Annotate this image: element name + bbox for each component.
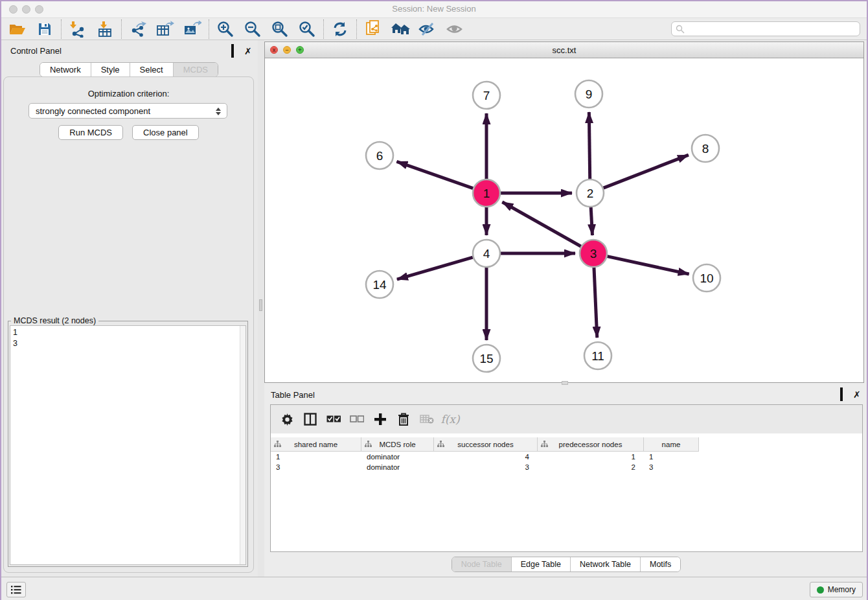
memory-label: Memory: [828, 585, 856, 594]
graph-node-11[interactable]: 11: [584, 342, 611, 369]
result-scrollbar[interactable]: [240, 326, 246, 564]
svg-text:8: 8: [702, 142, 709, 156]
gear-icon[interactable]: [277, 410, 297, 429]
chevron-updown-icon: [214, 106, 222, 117]
node-table-grid: shared nameMCDS rolesuccessor nodesprede…: [271, 437, 862, 551]
panel-splitter[interactable]: [258, 40, 264, 577]
network-canvas[interactable]: 7968124314101511: [265, 58, 863, 382]
export-image-icon[interactable]: [179, 19, 206, 40]
tab-node-table[interactable]: Node Table: [452, 557, 511, 571]
zoom-selected-icon[interactable]: [293, 19, 321, 40]
graph-node-6[interactable]: 6: [366, 142, 393, 169]
graph-node-8[interactable]: 8: [692, 135, 719, 162]
zoom-fit-icon[interactable]: [266, 19, 293, 40]
import-table-icon[interactable]: [91, 19, 119, 40]
tab-mcds[interactable]: MCDS: [173, 63, 218, 76]
memory-button[interactable]: Memory: [810, 582, 863, 597]
svg-text:1: 1: [483, 187, 490, 200]
graph-node-4[interactable]: 4: [473, 240, 500, 267]
show-graphics-icon[interactable]: [441, 19, 468, 40]
tab-motifs[interactable]: Motifs: [640, 557, 680, 571]
graph-node-10[interactable]: 10: [693, 264, 720, 292]
export-table-icon[interactable]: [152, 19, 179, 40]
splitter-grip[interactable]: [259, 299, 262, 311]
function-builder-icon[interactable]: f(x): [440, 410, 460, 429]
delete-table-icon[interactable]: [417, 410, 437, 429]
tab-network-table[interactable]: Network Table: [570, 557, 640, 571]
graph-node-7[interactable]: 7: [473, 82, 500, 109]
graph-edge-2-3[interactable]: [591, 207, 592, 235]
graph-node-14[interactable]: 14: [366, 271, 393, 298]
svg-text:3: 3: [590, 247, 597, 260]
apply-layout-icon[interactable]: [387, 19, 414, 40]
tab-edge-table[interactable]: Edge Table: [511, 557, 570, 571]
export-network-icon[interactable]: [124, 19, 152, 40]
hide-graphics-icon[interactable]: [414, 19, 441, 40]
optimization-criterion-select[interactable]: strongly connected component: [29, 103, 227, 119]
memory-status-icon: [817, 586, 824, 594]
select-all-icon[interactable]: [324, 410, 343, 429]
table-cell[interactable]: 1: [538, 452, 644, 462]
table-cell[interactable]: 2: [538, 462, 644, 472]
column-header-name[interactable]: name: [644, 437, 699, 452]
close-panel-button[interactable]: Close panel: [132, 125, 199, 140]
svg-text:7: 7: [483, 89, 490, 102]
graph-node-2[interactable]: 2: [577, 179, 604, 207]
refresh-icon[interactable]: [326, 19, 354, 40]
graph-edge-3-10[interactable]: [607, 257, 689, 274]
svg-text:15: 15: [479, 352, 493, 365]
svg-text:11: 11: [591, 349, 604, 363]
close-panel-icon[interactable]: ✗: [244, 45, 253, 54]
close-panel-icon[interactable]: ✗: [853, 389, 862, 397]
tab-network[interactable]: Network: [40, 63, 91, 76]
graph-node-1[interactable]: 1: [473, 179, 500, 207]
delete-column-icon[interactable]: [394, 410, 413, 429]
network-window-titlebar[interactable]: x – + scc.txt: [265, 42, 863, 58]
table-cell[interactable]: 4: [434, 452, 538, 462]
toolbar-separator: [61, 19, 62, 39]
network-from-file-icon[interactable]: [360, 19, 387, 40]
table-cell[interactable]: dominator: [361, 452, 434, 462]
zoom-out-icon[interactable]: [239, 19, 266, 40]
table-cell[interactable]: 3: [434, 462, 538, 472]
tab-style[interactable]: Style: [91, 63, 130, 76]
open-session-icon[interactable]: [4, 19, 31, 40]
table-cell[interactable]: 1: [644, 452, 699, 462]
run-mcds-button[interactable]: Run MCDS: [58, 125, 123, 140]
toolbar-separator: [356, 19, 357, 39]
task-history-button[interactable]: [6, 582, 26, 597]
search-input[interactable]: [671, 21, 860, 36]
graph-edge-4-14[interactable]: [397, 257, 473, 279]
graph-node-9[interactable]: 9: [575, 80, 602, 108]
column-header-predecessor-nodes[interactable]: predecessor nodes: [538, 437, 644, 452]
graph-edge-2-9[interactable]: [589, 112, 589, 179]
table-cell[interactable]: dominator: [361, 462, 434, 472]
column-header-shared-name[interactable]: shared name: [271, 437, 361, 452]
deselect-all-icon[interactable]: [347, 410, 367, 429]
column-header-MCDS-role[interactable]: MCDS role: [361, 437, 434, 452]
save-session-icon[interactable]: [31, 19, 58, 40]
float-panel-icon[interactable]: [840, 389, 849, 397]
tab-select[interactable]: Select: [130, 63, 173, 76]
import-network-icon[interactable]: [64, 19, 91, 40]
graph-node-3[interactable]: 3: [580, 240, 607, 267]
table-cell[interactable]: 3: [271, 462, 361, 472]
graph-edge-2-8[interactable]: [604, 155, 689, 188]
float-panel-icon[interactable]: [231, 45, 240, 54]
zoom-in-icon[interactable]: [212, 19, 239, 40]
graph-edge-3-11[interactable]: [594, 268, 597, 338]
column-view-icon[interactable]: [301, 410, 320, 429]
column-header-successor-nodes[interactable]: successor nodes: [434, 437, 538, 452]
window-frame-top: [0, 0, 868, 1]
table-row[interactable]: 1dominator411: [271, 452, 862, 462]
mcds-result-text[interactable]: 1 3: [13, 327, 238, 563]
graph-edge-3-1[interactable]: [502, 202, 580, 246]
graph-edge-1-6[interactable]: [396, 161, 473, 188]
splitter-grip[interactable]: [562, 381, 568, 385]
table-cell[interactable]: 1: [271, 452, 361, 462]
table-cell[interactable]: 3: [644, 462, 699, 472]
graph-node-15[interactable]: 15: [473, 345, 500, 372]
add-column-icon[interactable]: [371, 410, 390, 429]
app-titlebar: Session: New Session: [0, 0, 868, 18]
table-row[interactable]: 3dominator323: [271, 462, 862, 472]
